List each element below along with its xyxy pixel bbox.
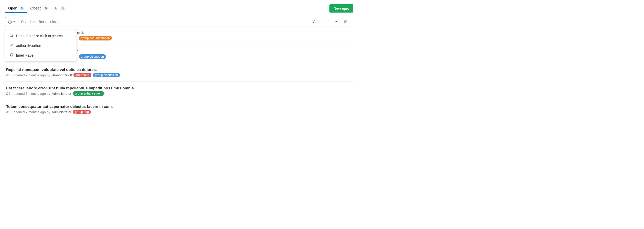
- epic-author[interactable]: Administrator: [52, 92, 71, 96]
- dropdown-search-hint[interactable]: Press Enter or click to search: [5, 31, 77, 41]
- tab-open-count: 5: [19, 6, 24, 11]
- svg-line-5: [12, 36, 13, 37]
- tab-closed-label: Closed: [30, 6, 41, 10]
- tag-icon: [9, 53, 14, 58]
- dropdown-search-hint-text: Press Enter or click to search: [16, 34, 63, 38]
- epic-meta: &3 · opened 7 months ago by Brandon Wolf…: [6, 73, 352, 77]
- history-icon: [8, 20, 12, 24]
- epic-item: Est facere labore error sint nulla repel…: [5, 82, 353, 100]
- filter-row-inner: [5, 18, 308, 26]
- tab-all-count: 5: [60, 6, 65, 11]
- dropdown-label-text: label:~label: [16, 53, 34, 57]
- epic-item: Repellat numquam voluptate vel optio ea …: [5, 63, 353, 82]
- epic-time: · opened 7 months ago by: [12, 92, 50, 96]
- dropdown-author[interactable]: author:@author: [5, 41, 77, 50]
- new-epic-button[interactable]: New epic: [329, 4, 353, 13]
- edit-icon: [9, 43, 14, 48]
- sort-chevron-icon: [335, 20, 337, 23]
- sort-label[interactable]: Created date: [310, 18, 340, 26]
- label-badge[interactable]: group:enhancement: [73, 91, 104, 96]
- search-icon: [9, 34, 14, 38]
- filter-right: Created date: [310, 17, 353, 26]
- dropdown-author-text: author:@author: [16, 44, 41, 48]
- sort-label-text: Created date: [313, 20, 334, 24]
- epic-item: Totam consequatur aut aspernatur delectu…: [5, 100, 353, 118]
- page-container: Open 5 Closed 0 All 5 New epic: [0, 0, 358, 122]
- epic-author[interactable]: Brandon Wolf: [52, 73, 72, 77]
- sort-lines-icon: [344, 19, 348, 23]
- tab-open[interactable]: Open 5: [5, 4, 27, 13]
- epic-meta: &5 · opened 7 months ago by Administrato…: [6, 110, 352, 114]
- tab-all[interactable]: All 5: [51, 4, 68, 13]
- epic-title[interactable]: Repellat numquam voluptate vel optio ea …: [6, 67, 352, 72]
- epic-author[interactable]: Administrator: [52, 110, 71, 114]
- chevron-down-icon: [13, 20, 15, 23]
- epic-ref: &4: [6, 92, 10, 96]
- epic-time: · opened 7 months ago by: [12, 73, 50, 77]
- filter-row: Created date: [5, 17, 353, 26]
- label-badge[interactable]: group:discussion: [79, 54, 106, 59]
- tabs-left: Open 5 Closed 0 All 5: [5, 4, 68, 13]
- dropdown-label[interactable]: label:~label: [5, 50, 77, 60]
- filter-history-button[interactable]: [5, 18, 18, 26]
- label-badge[interactable]: group:bug: [73, 110, 91, 114]
- tab-closed[interactable]: Closed 0: [27, 4, 51, 13]
- tabs-row: Open 5 Closed 0 All 5 New epic: [5, 4, 353, 13]
- tab-closed-count: 0: [44, 6, 48, 11]
- sort-order-button[interactable]: [342, 17, 350, 26]
- tab-all-label: All: [55, 6, 59, 10]
- epic-time: · opened 7 months ago by: [12, 110, 50, 114]
- search-dropdown: Press Enter or click to search author:@a…: [5, 30, 77, 61]
- label-badge[interactable]: group:bug: [73, 73, 91, 77]
- svg-point-4: [10, 34, 12, 37]
- label-badge[interactable]: group:documentation: [79, 36, 112, 40]
- epic-meta: &4 · opened 7 months ago by Administrato…: [6, 91, 352, 96]
- epic-ref: &3: [6, 73, 10, 77]
- epic-title[interactable]: Totam consequatur aut aspernatur delectu…: [6, 104, 352, 109]
- epic-ref: &5: [6, 110, 10, 114]
- search-input[interactable]: [18, 18, 308, 26]
- svg-point-6: [12, 54, 12, 55]
- tab-open-label: Open: [8, 6, 17, 10]
- epic-title[interactable]: Est facere labore error sint nulla repel…: [6, 86, 352, 90]
- label-badge[interactable]: group:discussion: [93, 73, 120, 77]
